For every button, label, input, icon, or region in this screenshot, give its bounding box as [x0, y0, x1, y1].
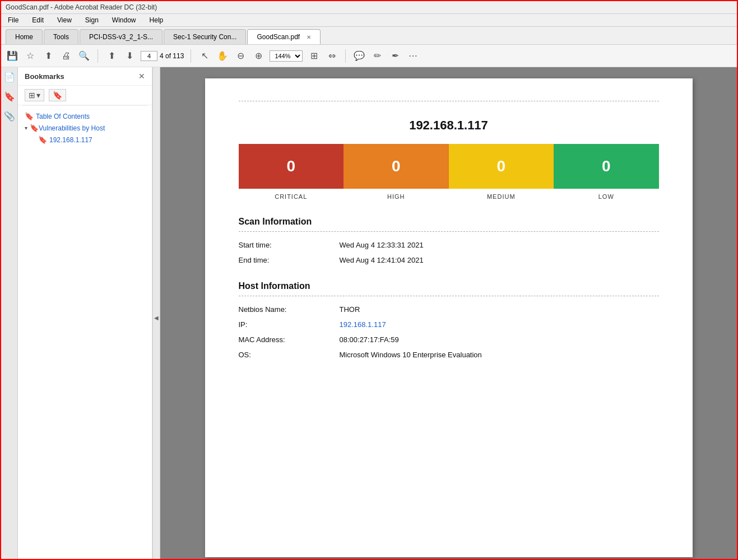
medium-label: MEDIUM — [449, 193, 554, 200]
scan-end-value: Wed Aug 4 12:41:04 2021 — [340, 256, 424, 264]
bookmark-vuln-row[interactable]: ▾ 🔖 Vulnerabilities by Host — [20, 122, 150, 134]
zoom-out-icon[interactable]: ⊖ — [234, 49, 247, 63]
netbios-label: Netbios Name: — [239, 305, 340, 314]
search-icon[interactable]: 🔍 — [77, 49, 91, 63]
main-layout: 📄 🔖 📎 Bookmarks ✕ ⊞ ▾ — [1, 67, 737, 560]
ip-row: IP: 192.168.1.117 — [239, 320, 659, 329]
scan-start-value: Wed Aug 4 12:33:31 2021 — [340, 241, 424, 249]
menu-window[interactable]: Window — [110, 15, 138, 25]
bookmark-label-vuln: Vulnerabilities by Host — [39, 124, 105, 132]
bookmark-toc[interactable]: 🔖 Table Of Contents — [20, 110, 150, 122]
scan-end-label: End time: — [239, 256, 340, 264]
mac-label: MAC Address: — [239, 335, 340, 344]
sidebar-nav-page-icon[interactable]: 📄 — [4, 72, 15, 82]
menu-sign[interactable]: Sign — [83, 15, 101, 25]
sign-icon[interactable]: ✒ — [388, 49, 402, 63]
fit-width-icon[interactable]: ⇔ — [325, 49, 338, 63]
host-info-title: Host Information — [239, 281, 659, 291]
menu-file[interactable]: File — [6, 15, 21, 25]
vulnerability-labels: CRITICAL HIGH MEDIUM LOW — [239, 193, 659, 200]
select-tool-icon[interactable]: ↖ — [198, 49, 211, 63]
upload-icon[interactable]: ⬆ — [41, 49, 55, 63]
bookmark-icon[interactable]: ☆ — [24, 49, 37, 63]
scan-info-divider — [239, 231, 659, 232]
title-bar: GoodScan.pdf - Adobe Acrobat Reader DC (… — [1, 1, 737, 14]
tab-close-icon[interactable]: ✕ — [307, 34, 311, 40]
ip-label: IP: — [239, 320, 340, 329]
sidebar-bookmark-page-btn[interactable]: 🔖 — [49, 89, 66, 101]
separator-2 — [191, 49, 191, 63]
critical-bar: 0 — [239, 144, 344, 189]
scroll-down-icon[interactable]: ⬇ — [123, 49, 136, 63]
pencil-icon[interactable]: ✏ — [370, 49, 384, 63]
sidebar-grid-icon: ⊞ — [29, 91, 35, 100]
scan-end-row: End time: Wed Aug 4 12:41:04 2021 — [239, 256, 659, 264]
more-tools-icon[interactable]: ⋯ — [406, 49, 420, 63]
tab-pci[interactable]: PCI-DSS-v3_2_1-S... — [80, 29, 163, 44]
toolbar: 💾 ☆ ⬆ 🖨 🔍 ⬆ ⬇ 4 of 113 ↖ ✋ ⊖ ⊕ 50% 75% 1… — [1, 45, 737, 67]
bookmark-icon-vuln: 🔖 — [30, 124, 39, 132]
bookmark-icon-toc: 🔖 — [25, 112, 34, 120]
page-number-input[interactable] — [141, 51, 157, 61]
bookmark-ip1[interactable]: 🔖 192.168.1.117 — [38, 134, 150, 146]
sidebar-title: Bookmarks — [25, 72, 64, 81]
sidebar-nav-attach-icon[interactable]: 📎 — [4, 111, 15, 122]
bookmark-label-ip1: 192.168.1.117 — [49, 136, 92, 144]
tab-bar: Home Tools PCI-DSS-v3_2_1-S... Sec-1 Sec… — [1, 27, 737, 45]
scan-start-row: Start time: Wed Aug 4 12:33:31 2021 — [239, 241, 659, 249]
sidebar-view-options-btn[interactable]: ⊞ ▾ — [25, 89, 44, 101]
critical-value: 0 — [286, 157, 295, 175]
title-text: GoodScan.pdf - Adobe Acrobat Reader DC (… — [6, 3, 157, 11]
host-info-divider — [239, 296, 659, 296]
high-value: 0 — [392, 157, 401, 175]
comment-icon[interactable]: 💬 — [352, 49, 366, 63]
sidebar-header: Bookmarks ✕ — [18, 67, 152, 86]
sidebar-nav-bookmark-icon[interactable]: 🔖 — [4, 91, 15, 102]
critical-label: CRITICAL — [239, 193, 344, 200]
medium-bar: 0 — [449, 144, 554, 189]
pdf-page: 192.168.1.117 0 0 0 0 CRITICAL HIGH — [205, 78, 693, 557]
page-total: 4 of 113 — [160, 52, 184, 60]
zoom-select[interactable]: 50% 75% 100% 125% 144% 150% 200% — [270, 50, 303, 62]
menu-help[interactable]: Help — [147, 15, 166, 25]
medium-value: 0 — [496, 157, 505, 175]
fit-page-icon[interactable]: ⊞ — [307, 49, 321, 63]
mac-row: MAC Address: 08:00:27:17:FA:59 — [239, 335, 659, 344]
os-label: OS: — [239, 351, 340, 359]
bookmark-icon-ip1: 🔖 — [38, 136, 47, 144]
scan-start-label: Start time: — [239, 241, 340, 249]
print-icon[interactable]: 🖨 — [59, 49, 73, 63]
zoom-in-icon[interactable]: ⊕ — [252, 49, 265, 63]
scan-information-section: Scan Information Start time: Wed Aug 4 1… — [239, 217, 659, 264]
menu-edit[interactable]: Edit — [30, 15, 46, 25]
low-bar: 0 — [554, 144, 659, 189]
high-label: HIGH — [344, 193, 449, 200]
host-information-section: Host Information Netbios Name: THOR IP: … — [239, 281, 659, 359]
save-icon[interactable]: 💾 — [6, 49, 19, 63]
pdf-viewer[interactable]: 192.168.1.117 0 0 0 0 CRITICAL HIGH — [160, 67, 737, 560]
tab-tools[interactable]: Tools — [44, 29, 78, 44]
tab-goodscan[interactable]: GoodScan.pdf ✕ — [247, 29, 320, 44]
menu-view[interactable]: View — [55, 15, 74, 25]
page-info: 4 of 113 — [141, 51, 184, 61]
netbios-row: Netbios Name: THOR — [239, 305, 659, 314]
mac-value: 08:00:27:17:FA:59 — [340, 335, 399, 344]
sidebar-dropdown-icon: ▾ — [36, 91, 40, 100]
tab-home[interactable]: Home — [6, 29, 43, 44]
scan-info-title: Scan Information — [239, 217, 659, 227]
hand-tool-icon[interactable]: ✋ — [216, 49, 229, 63]
sidebar-bookmark-add-icon: 🔖 — [53, 91, 62, 100]
vulnerability-bars: 0 0 0 0 — [239, 144, 659, 189]
os-row: OS: Microsoft Windows 10 Enterprise Eval… — [239, 351, 659, 359]
netbios-value: THOR — [340, 305, 360, 314]
bookmark-sub-group: 🔖 192.168.1.117 — [20, 134, 150, 146]
bookmark-label-toc: Table Of Contents — [36, 113, 90, 120]
sidebar-toolbar: ⊞ ▾ 🔖 — [18, 86, 152, 105]
scroll-up-icon[interactable]: ⬆ — [105, 49, 118, 63]
tab-sec1[interactable]: Sec-1 Security Con... — [164, 29, 246, 44]
os-value: Microsoft Windows 10 Enterprise Evaluati… — [340, 351, 482, 359]
low-value: 0 — [602, 157, 611, 175]
sidebar-close-button[interactable]: ✕ — [138, 72, 145, 81]
sidebar-collapse-handle[interactable]: ◀ — [152, 67, 160, 560]
top-divider — [239, 101, 659, 101]
